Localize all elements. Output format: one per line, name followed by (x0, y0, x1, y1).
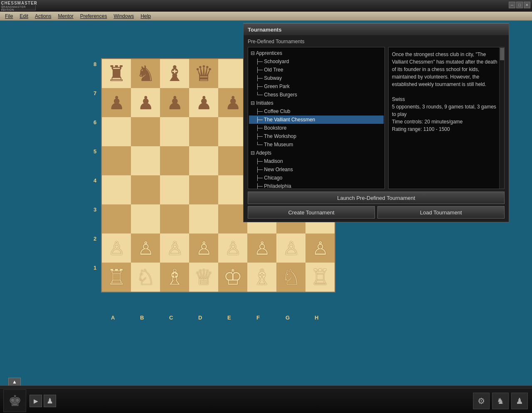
tournament-tree[interactable]: ⊟ Apprentices ├─ Schoolyard ├─ Old Tree … (248, 47, 385, 189)
rank-7: 7 (94, 90, 96, 96)
cell-c4 (160, 175, 189, 204)
cell-a7: ♟ (102, 88, 131, 117)
bottom-buttons: Create Tournament Load Tournament (248, 206, 505, 219)
item-chicago[interactable]: ├─ Chicago (249, 174, 384, 182)
cell-a4 (102, 175, 131, 204)
app-logo: CHESSMASTER GRANDMASTER EDITION (2, 1, 36, 10)
create-tournament-button[interactable]: Create Tournament (248, 206, 375, 219)
cell-b6 (131, 117, 160, 146)
file-b: B (140, 315, 144, 321)
item-schoolyard[interactable]: ├─ Schoolyard (249, 57, 384, 66)
predefined-label: Pre-Defined Tournaments (248, 39, 505, 44)
info-description: Once the strongest chess club in city, "… (392, 51, 501, 133)
cell-d5 (189, 146, 218, 175)
close-button[interactable]: ✕ (524, 2, 530, 8)
item-madison[interactable]: ├─ Madison (249, 157, 384, 165)
info-time-controls: Time controls: 20 minutes/game (392, 119, 463, 125)
cell-c1: ♗ (160, 263, 189, 292)
cell-h1: ♖ (305, 263, 335, 292)
panel-content: Pre-Defined Tournaments ⊟ Apprentices ├─… (244, 35, 509, 222)
file-c: C (169, 315, 173, 321)
group-initiates[interactable]: ⊟ Initiates (249, 99, 384, 107)
cell-a6 (102, 117, 131, 146)
item-subway[interactable]: ├─ Subway (249, 74, 384, 82)
group-apprentices[interactable]: ⊟ Apprentices (249, 49, 384, 57)
menu-item-help[interactable]: Help (137, 12, 154, 20)
launch-predefined-button[interactable]: Launch Pre-Defined Tournament (248, 192, 505, 204)
minimize-button[interactable]: ─ (509, 2, 515, 8)
info-opponents: 5 opponents, 3 rounds, 9 games total, 3 … (392, 104, 496, 117)
info-scrollbar[interactable] (499, 47, 504, 189)
cell-a8: ♜ (102, 59, 131, 88)
item-green-park[interactable]: ├─ Green Park (249, 82, 384, 91)
cell-a1: ♖ (102, 263, 131, 292)
app-name: CHESSMASTER (1, 1, 37, 5)
cell-g1: ♘ (276, 263, 305, 292)
cell-b1: ♘ (131, 263, 160, 292)
knight-icon-button[interactable]: ♞ (492, 393, 509, 409)
item-chess-burgers[interactable]: └─ Chess Burgers (249, 91, 384, 99)
cell-c5 (160, 146, 189, 175)
cell-b7: ♟ (131, 88, 160, 117)
maximize-button[interactable]: □ (516, 2, 523, 8)
window-controls: ─ □ ✕ (509, 2, 530, 8)
file-g: G (286, 315, 290, 321)
cell-b5 (131, 146, 160, 175)
item-museum[interactable]: └─ The Museum (249, 140, 384, 149)
up-arrow-icon: ▲ (12, 379, 17, 385)
cell-d6 (189, 117, 218, 146)
item-philadelphia[interactable]: ├─ Philadelphia (249, 182, 384, 189)
right-taskbar-icons: ⚙ ♞ ♟ (473, 393, 528, 409)
cell-c8: ♝ (160, 59, 189, 88)
cell-a3 (102, 204, 131, 234)
title-bar: CHESSMASTER GRANDMASTER EDITION ─ □ ✕ (0, 0, 532, 12)
menu-item-preferences[interactable]: Preferences (77, 12, 111, 20)
pawn-icon-button[interactable]: ♟ (511, 393, 528, 409)
item-old-tree[interactable]: ├─ Old Tree (249, 66, 384, 74)
info-desc-text: Once the strongest chess club in city, "… (392, 52, 498, 87)
chess-piece-preview: ♚ (3, 389, 26, 412)
load-tournament-button[interactable]: Load Tournament (377, 206, 505, 219)
scroll-up-button[interactable]: ▲ (8, 378, 21, 386)
rank-4: 4 (94, 177, 96, 184)
scrollbar-thumb[interactable] (500, 48, 504, 60)
item-valliant-chessmen[interactable]: ├─ The Valliant Chessmen (249, 116, 384, 124)
app-logo-image: CHESSMASTER GRANDMASTER EDITION (2, 1, 36, 10)
group-adepts[interactable]: ⊟ Adepts (249, 149, 384, 157)
rank-6: 6 (94, 119, 96, 125)
cell-a5 (102, 146, 131, 175)
rank-8: 8 (94, 61, 96, 67)
menu-item-file[interactable]: File (2, 12, 16, 20)
rank-3: 3 (94, 206, 96, 213)
cell-h2: ♙ (305, 234, 335, 263)
cell-c6 (160, 117, 189, 146)
item-new-orleans[interactable]: ├─ New Orleans (249, 165, 384, 174)
cell-d1: ♕ (189, 263, 218, 292)
info-section: Once the strongest chess club in city, "… (388, 47, 505, 189)
panel-titlebar: Tournaments (244, 24, 509, 35)
menu-item-edit[interactable]: Edit (16, 12, 32, 20)
info-format: Swiss (392, 96, 405, 102)
app-subtitle: GRANDMASTER EDITION (1, 5, 37, 11)
taskbar-controls: ▶ ♟ (30, 395, 56, 407)
cell-g2: ♙ (276, 234, 305, 263)
status-bar (0, 386, 532, 388)
cell-f1: ♗ (247, 263, 276, 292)
cell-d7: ♟ (189, 88, 218, 117)
menu-item-actions[interactable]: Actions (32, 12, 54, 20)
cell-d3 (189, 204, 218, 234)
taskbar: ♚ ▶ ♟ ⚙ ♞ ♟ (0, 388, 532, 413)
item-workshop[interactable]: ├─ The Workshop (249, 132, 384, 140)
play-button[interactable]: ▶ (30, 395, 42, 407)
cell-d8: ♛ (189, 59, 218, 88)
info-rating-range: Rating range: 1100 - 1500 (392, 126, 450, 132)
taskbar-secondary-button[interactable]: ♟ (44, 395, 56, 407)
menu-item-windows[interactable]: Windows (110, 12, 137, 20)
item-coffee-club[interactable]: ├─ Coffee Club (249, 107, 384, 116)
item-bookstore[interactable]: ├─ Bookstore (249, 124, 384, 132)
settings-icon-button[interactable]: ⚙ (473, 393, 490, 409)
cell-c3 (160, 204, 189, 234)
cell-b8: ♞ (131, 59, 160, 88)
menu-item-mentor[interactable]: Mentor (54, 12, 76, 20)
cell-e1: ♔ (218, 263, 247, 292)
